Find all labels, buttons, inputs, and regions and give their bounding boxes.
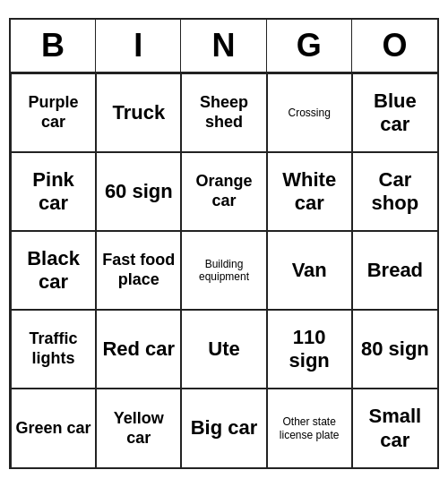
cell-label: Car shop — [357, 168, 434, 216]
bingo-cell[interactable]: Crossing — [267, 73, 352, 152]
bingo-cell[interactable]: 110 sign — [267, 310, 352, 389]
header-letter: O — [352, 20, 437, 72]
cell-label: Small car — [357, 405, 434, 452]
bingo-cell[interactable]: Big car — [181, 389, 266, 467]
bingo-cell[interactable]: Black car — [11, 231, 96, 310]
header-letter: N — [181, 20, 266, 72]
cell-label: Red car — [102, 337, 175, 361]
cell-label: Black car — [15, 247, 91, 295]
cell-label: Fast food place — [100, 251, 177, 289]
bingo-cell[interactable]: Car shop — [352, 152, 437, 231]
cell-label: Blue car — [357, 90, 434, 137]
cell-label: Ute — [208, 337, 239, 361]
cell-label: Pink car — [15, 168, 91, 216]
bingo-cell[interactable]: Van — [267, 231, 352, 310]
cell-label: Van — [292, 259, 327, 282]
cell-label: Sheep shed — [185, 93, 262, 132]
bingo-cell[interactable]: 60 sign — [96, 152, 181, 231]
cell-label: Other state license plate — [271, 415, 348, 441]
bingo-cell[interactable]: Building equipment — [181, 231, 266, 310]
cell-label: Truck — [112, 101, 165, 124]
bingo-cell[interactable]: Ute — [181, 310, 266, 389]
cell-label: 80 sign — [361, 337, 429, 361]
cell-label: Building equipment — [185, 258, 262, 284]
bingo-cell[interactable]: Bread — [352, 231, 437, 310]
bingo-card: BINGO Purple carTruckSheep shedCrossingB… — [9, 18, 439, 469]
bingo-cell[interactable]: Pink car — [11, 152, 96, 231]
bingo-cell[interactable]: Purple car — [11, 73, 96, 152]
header-letter: B — [11, 20, 96, 72]
bingo-grid: Purple carTruckSheep shedCrossingBlue ca… — [11, 73, 437, 467]
bingo-cell[interactable]: Blue car — [352, 73, 437, 152]
bingo-cell[interactable]: Sheep shed — [181, 73, 266, 152]
bingo-cell[interactable]: Truck — [96, 73, 181, 152]
cell-label: Purple car — [15, 93, 91, 132]
bingo-cell[interactable]: Other state license plate — [267, 389, 352, 467]
bingo-cell[interactable]: Red car — [96, 310, 181, 389]
cell-label: Yellow car — [100, 409, 177, 448]
cell-label: White car — [271, 168, 348, 216]
bingo-cell[interactable]: White car — [267, 152, 352, 231]
header-letter: I — [96, 20, 181, 72]
bingo-cell[interactable]: Traffic lights — [11, 310, 96, 389]
cell-label: Big car — [191, 416, 258, 440]
bingo-cell[interactable]: Fast food place — [96, 231, 181, 310]
cell-label: Crossing — [289, 107, 331, 119]
cell-label: Orange car — [185, 172, 262, 210]
cell-label: Bread — [367, 259, 423, 282]
cell-label: Traffic lights — [15, 329, 91, 368]
bingo-cell[interactable]: Green car — [11, 389, 96, 467]
bingo-header: BINGO — [11, 20, 437, 73]
header-letter: G — [267, 20, 352, 72]
cell-label: 110 sign — [271, 326, 348, 373]
bingo-cell[interactable]: Orange car — [181, 152, 266, 231]
cell-label: Green car — [16, 419, 91, 439]
bingo-cell[interactable]: Small car — [352, 389, 437, 467]
bingo-cell[interactable]: Yellow car — [96, 389, 181, 467]
bingo-cell[interactable]: 80 sign — [352, 310, 437, 389]
cell-label: 60 sign — [105, 180, 173, 203]
